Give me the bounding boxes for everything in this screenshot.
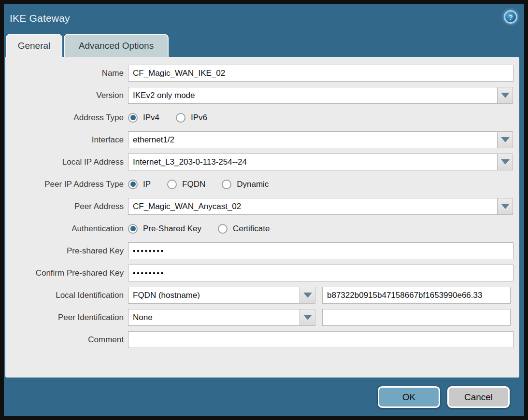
peer-address-select[interactable]: CF_Magic_WAN_Anycast_02 — [128, 198, 498, 215]
cancel-button-label: Cancel — [464, 392, 493, 403]
authentication-radio-group: Pre-Shared Key Certificate — [128, 224, 286, 234]
cancel-button[interactable]: Cancel — [447, 386, 510, 408]
form-row-peer-identification: Peer Identification None — [5, 309, 519, 326]
form-row-comment: Comment — [5, 331, 519, 348]
name-input[interactable]: CF_Magic_WAN_IKE_02 — [128, 65, 514, 82]
radio-ipv4[interactable] — [128, 113, 138, 123]
radio-ipv6-label: IPv6 — [191, 113, 207, 123]
form-row-local-ip-address: Local IP Address Internet_L3_203-0-113-2… — [5, 154, 519, 170]
local-ip-address-select[interactable]: Internet_L3_203-0-113-254--24 — [128, 154, 498, 170]
dialog-footer: OK Cancel — [4, 378, 524, 408]
chevron-down-icon — [501, 93, 510, 98]
local-ip-address-value: Internet_L3_203-0-113-254--24 — [133, 157, 247, 167]
local-ip-address-dropdown-button[interactable] — [498, 154, 513, 170]
name-value: CF_Magic_WAN_IKE_02 — [133, 69, 225, 78]
version-select[interactable]: IKEv2 only mode — [128, 87, 498, 104]
form-row-name: Name CF_Magic_WAN_IKE_02 — [5, 65, 519, 82]
radio-ip-label: IP — [143, 180, 151, 189]
form-row-authentication: Authentication Pre-Shared Key Certificat… — [5, 220, 519, 237]
confirm-pre-shared-key-input[interactable]: •••••••• — [128, 265, 514, 281]
peer-address-label: Peer Address — [5, 202, 124, 211]
general-tab-panel: Name CF_Magic_WAN_IKE_02 Version IKEv2 o… — [5, 57, 519, 378]
radio-certificate[interactable] — [218, 224, 228, 234]
chevron-down-icon — [303, 293, 312, 298]
pre-shared-key-label: Pre-shared Key — [5, 246, 124, 256]
radio-certificate-label: Certificate — [233, 224, 270, 234]
local-ip-address-label: Local IP Address — [5, 157, 124, 167]
local-identification-dropdown-button[interactable] — [300, 287, 315, 304]
tab-general-label: General — [18, 41, 51, 51]
radio-fqdn-label: FQDN — [182, 180, 205, 189]
radio-dynamic-label: Dynamic — [237, 180, 269, 189]
authentication-label: Authentication — [5, 224, 124, 234]
ike-gateway-dialog: IKE Gateway ? General Advanced Options N… — [4, 4, 524, 416]
interface-label: Interface — [5, 135, 124, 145]
peer-identification-id-input[interactable] — [322, 309, 511, 326]
confirm-pre-shared-key-label: Confirm Pre-shared Key — [5, 268, 124, 278]
radio-ip[interactable] — [128, 180, 138, 189]
radio-pre-shared-key[interactable] — [128, 224, 138, 234]
interface-value: ethernet1/2 — [133, 135, 174, 145]
tab-bar: General Advanced Options — [6, 33, 524, 57]
address-type-radio-group: IPv4 IPv6 — [128, 113, 224, 123]
pre-shared-key-value: •••••••• — [133, 247, 165, 255]
peer-identification-dropdown-button[interactable] — [300, 309, 315, 326]
form-row-version: Version IKEv2 only mode — [5, 87, 519, 104]
chevron-down-icon — [303, 315, 312, 320]
radio-ipv4-label: IPv4 — [143, 113, 159, 123]
form-row-peer-ip-address-type: Peer IP Address Type IP FQDN Dynamic — [5, 176, 519, 193]
help-icon[interactable]: ? — [504, 10, 517, 24]
name-label: Name — [5, 69, 124, 78]
interface-select[interactable]: ethernet1/2 — [128, 131, 498, 148]
form-row-address-type: Address Type IPv4 IPv6 — [5, 109, 519, 126]
radio-fqdn[interactable] — [167, 180, 177, 189]
pre-shared-key-input[interactable]: •••••••• — [128, 242, 514, 259]
version-dropdown-button[interactable] — [498, 87, 513, 104]
local-identification-type-select[interactable]: FQDN (hostname) — [128, 287, 300, 304]
radio-pre-shared-key-label: Pre-Shared Key — [143, 224, 201, 234]
ok-button[interactable]: OK — [378, 386, 440, 408]
version-label: Version — [5, 91, 124, 100]
local-identification-id-input[interactable]: b87322b0915b47158667bf1653990e66.33 — [322, 287, 511, 304]
chevron-down-icon — [501, 159, 510, 165]
form-row-peer-address: Peer Address CF_Magic_WAN_Anycast_02 — [5, 198, 519, 215]
peer-address-value: CF_Magic_WAN_Anycast_02 — [133, 202, 241, 211]
chevron-down-icon — [501, 137, 510, 142]
comment-label: Comment — [5, 335, 124, 345]
peer-identification-label: Peer Identification — [5, 313, 124, 322]
chevron-down-icon — [501, 204, 510, 209]
local-identification-label: Local Identification — [5, 291, 124, 300]
peer-ip-address-type-label: Peer IP Address Type — [5, 180, 124, 189]
comment-input[interactable] — [128, 331, 514, 348]
interface-dropdown-button[interactable] — [498, 131, 513, 148]
version-value: IKEv2 only mode — [133, 91, 195, 100]
tab-advanced-options[interactable]: Advanced Options — [64, 34, 169, 57]
radio-ipv6[interactable] — [176, 113, 186, 123]
ok-button-label: OK — [402, 392, 415, 403]
local-identification-type-value: FQDN (hostname) — [133, 291, 200, 300]
form-row-confirm-pre-shared-key: Confirm Pre-shared Key •••••••• — [5, 265, 519, 281]
tab-general[interactable]: General — [6, 34, 62, 57]
confirm-pre-shared-key-value: •••••••• — [133, 269, 165, 277]
form-row-interface: Interface ethernet1/2 — [5, 131, 519, 148]
dialog-titlebar: IKE Gateway ? — [4, 4, 524, 33]
peer-identification-type-select[interactable]: None — [128, 309, 300, 326]
address-type-label: Address Type — [5, 113, 124, 123]
form-row-pre-shared-key: Pre-shared Key •••••••• — [5, 242, 519, 259]
radio-dynamic[interactable] — [222, 180, 231, 189]
dialog-title: IKE Gateway — [10, 13, 70, 24]
tab-advanced-options-label: Advanced Options — [79, 41, 154, 51]
local-identification-id-value: b87322b0915b47158667bf1653990e66.33 — [327, 291, 482, 300]
peer-address-dropdown-button[interactable] — [498, 198, 513, 215]
peer-identification-type-value: None — [133, 313, 153, 322]
peer-ip-address-type-radio-group: IP FQDN Dynamic — [128, 180, 285, 189]
form-row-local-identification: Local Identification FQDN (hostname) b87… — [5, 287, 519, 304]
